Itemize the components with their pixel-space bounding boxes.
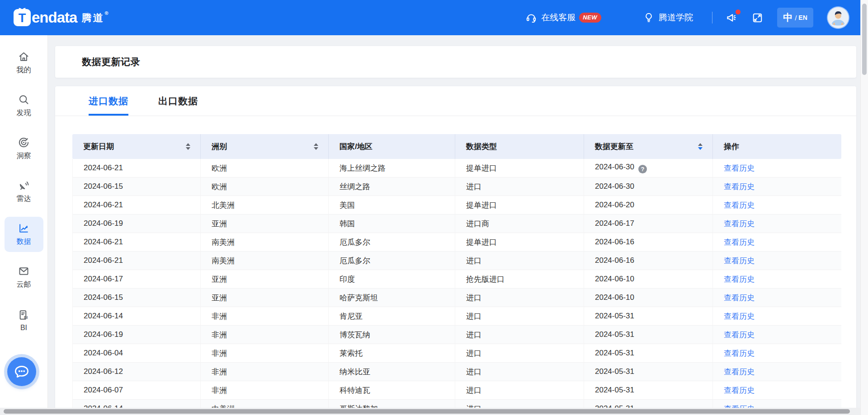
cell-updated-to: 2024-06-16 (584, 233, 713, 252)
updated-to-date: 2024-05-31 (595, 312, 634, 320)
cell-action: 查看历史 (713, 196, 841, 214)
sidebar-item-insight[interactable]: 洞察 (5, 131, 43, 166)
help-icon[interactable]: ? (638, 165, 647, 173)
sidebar-item-label: 我的 (17, 65, 31, 75)
cell-action: 查看历史 (713, 214, 841, 233)
chart-icon (18, 222, 30, 234)
view-history-link[interactable]: 查看历史 (724, 386, 755, 395)
sidebar-item-radar[interactable]: 雷达 (5, 174, 43, 209)
view-history-link[interactable]: 查看历史 (724, 219, 755, 228)
cell-update-date: 2024-06-21 (72, 233, 201, 252)
table-row: 2024-06-14非洲肯尼亚进口2024-05-31查看历史 (72, 307, 841, 326)
cell-update-date: 2024-06-19 (72, 214, 201, 233)
language-current: 中 (783, 11, 793, 24)
sidebar-item-label: 数据 (17, 237, 31, 247)
cell-updated-to: 2024-06-10 (584, 270, 713, 289)
tab-bar: 进口数据出口数据 (55, 86, 856, 116)
fullscreen-button[interactable] (751, 12, 764, 24)
cell-country: 博茨瓦纳 (329, 326, 455, 344)
cell-continent: 欧洲 (201, 177, 329, 196)
cell-action: 查看历史 (713, 233, 841, 252)
cell-country: 海上丝绸之路 (329, 159, 455, 177)
sidebar-item-bi[interactable]: BIBI (5, 303, 43, 338)
sidebar-item-data[interactable]: 数据 (5, 217, 43, 252)
tab-import[interactable]: 进口数据 (89, 95, 128, 116)
table-row: 2024-06-21欧洲海上丝绸之路提单进口2024-06-30?查看历史 (72, 159, 841, 177)
table-row: 2024-06-15欧洲丝绸之路进口2024-06-30查看历史 (72, 177, 841, 196)
cell-updated-to: 2024-06-10 (584, 289, 713, 307)
table-header-row: 更新日期洲别国家/地区数据类型数据更新至操作 (72, 134, 841, 159)
view-history-link[interactable]: 查看历史 (724, 256, 755, 265)
view-history-link[interactable]: 查看历史 (724, 201, 755, 210)
cell-action: 查看历史 (713, 307, 841, 326)
horizontal-scrollbar-thumb[interactable] (4, 409, 850, 414)
cell-data-type: 进口 (455, 307, 584, 326)
cell-action: 查看历史 (713, 159, 841, 177)
updated-to-date: 2024-06-10 (595, 275, 634, 283)
sidebar-item-discover[interactable]: 发现 (5, 88, 43, 123)
column-header-label: 操作 (724, 141, 739, 152)
sidebar: 我的发现洞察雷达数据云邮BIBI ≫ (0, 35, 48, 415)
sort-control[interactable] (185, 142, 191, 151)
cell-data-type: 进口 (455, 344, 584, 363)
updated-to-date: 2024-06-17 (595, 219, 634, 228)
column-header-label: 更新日期 (83, 141, 114, 152)
cell-updated-to: 2024-06-20 (584, 196, 713, 214)
header-nav: 在线客服NEW腾道学院 (525, 12, 693, 23)
view-history-link[interactable]: 查看历史 (724, 238, 755, 247)
brand-logo[interactable]: T endata 腾道® (14, 9, 109, 26)
cell-data-type: 进口 (455, 363, 584, 381)
cell-data-type: 提单进口 (455, 196, 584, 214)
cell-country: 科特迪瓦 (329, 381, 455, 400)
view-history-link[interactable]: 查看历史 (724, 331, 755, 339)
tab-export[interactable]: 出口数据 (158, 95, 198, 116)
view-history-link[interactable]: 查看历史 (724, 312, 755, 321)
cell-data-type: 进口 (455, 381, 584, 400)
language-alt: EN (798, 14, 807, 21)
cell-updated-to: 2024-05-31 (584, 381, 713, 400)
sidebar-item-cloudmail[interactable]: 云邮 (5, 260, 43, 295)
table-row: 2024-06-04非洲莱索托进口2024-05-31查看历史 (72, 344, 841, 363)
view-history-link[interactable]: 查看历史 (724, 182, 755, 191)
view-history-link[interactable]: 查看历史 (724, 294, 755, 302)
updated-to-date: 2024-05-31 (595, 349, 634, 357)
brand-logo-icon: T (14, 9, 31, 26)
sort-control[interactable] (313, 142, 319, 151)
nav-item-tendata-academy[interactable]: 腾道学院 (643, 12, 693, 23)
updated-to-date: 2024-05-31 (595, 330, 634, 339)
cell-update-date: 2024-06-07 (72, 381, 201, 400)
new-badge: NEW (579, 13, 601, 23)
sidebar-items: 我的发现洞察雷达数据云邮BIBI (0, 35, 47, 345)
vertical-scrollbar-thumb[interactable] (862, 4, 867, 75)
nav-item-online-support[interactable]: 在线客服NEW (525, 12, 601, 23)
view-history-link[interactable]: 查看历史 (724, 164, 755, 173)
cell-update-date: 2024-06-17 (72, 270, 201, 289)
sidebar-item-label: 云邮 (17, 280, 31, 289)
cell-updated-to: 2024-05-31 (584, 307, 713, 326)
cell-updated-to: 2024-05-31 (584, 326, 713, 344)
sort-desc-caret-icon (186, 147, 190, 150)
cell-update-date: 2024-06-04 (72, 344, 201, 363)
cell-update-date: 2024-06-12 (72, 363, 201, 381)
logo-sprout-icon (18, 6, 26, 11)
header-right-group: 在线客服NEW腾道学院 中 / EN (525, 7, 849, 28)
sort-control[interactable] (697, 142, 703, 151)
cell-data-type: 提单进口 (455, 159, 584, 177)
sidebar-item-mine[interactable]: 我的 (5, 45, 43, 80)
user-avatar[interactable] (828, 7, 849, 28)
column-header-label: 数据类型 (466, 141, 497, 152)
chat-support-button[interactable] (7, 357, 36, 386)
cell-continent: 亚洲 (201, 214, 329, 233)
header-icon-buttons (725, 11, 777, 24)
sidebar-item-label: 雷达 (17, 194, 31, 204)
header-divider (712, 12, 712, 23)
view-history-link[interactable]: 查看历史 (724, 349, 755, 358)
language-toggle-button[interactable]: 中 / EN (777, 8, 813, 28)
data-records-card: 进口数据出口数据 更新日期洲别国家/地区数据类型数据更新至操作 2024-06-… (55, 86, 856, 415)
cell-country: 莱索托 (329, 344, 455, 363)
announcements-button[interactable] (725, 11, 738, 24)
view-history-link[interactable]: 查看历史 (724, 275, 755, 284)
column-header-label: 国家/地区 (340, 141, 373, 152)
cell-update-date: 2024-06-21 (72, 196, 201, 214)
view-history-link[interactable]: 查看历史 (724, 368, 755, 376)
